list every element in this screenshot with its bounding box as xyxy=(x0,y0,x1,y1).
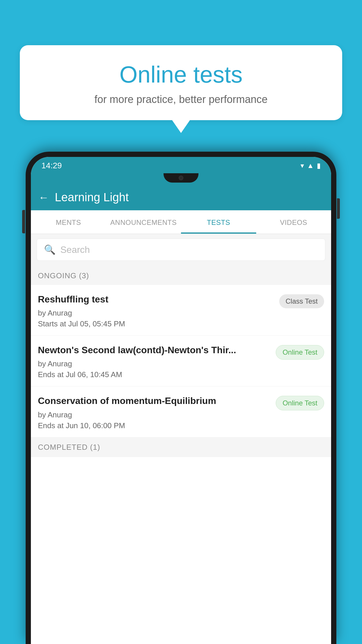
phone-container: 14:29 ▾ ▲ ▮ ← Learning Light xyxy=(26,152,336,644)
tab-ments[interactable]: MENTS xyxy=(31,210,106,234)
test-date-3: Ends at Jun 10, 06:00 PM xyxy=(38,421,270,430)
phone-frame: 14:29 ▾ ▲ ▮ ← Learning Light xyxy=(26,152,336,644)
tab-announcements[interactable]: ANNOUNCEMENTS xyxy=(106,210,181,234)
notch xyxy=(164,173,198,183)
power-button xyxy=(337,198,340,219)
speech-bubble-container: Online tests for more practice, better p… xyxy=(20,45,342,120)
test-item-1[interactable]: Reshuffling test by Anurag Starts at Jul… xyxy=(31,285,331,336)
test-list: Reshuffling test by Anurag Starts at Jul… xyxy=(31,285,331,644)
bubble-title: Online tests xyxy=(37,61,325,88)
test-title-2: Newton's Second law(contd)-Newton's Thir… xyxy=(38,344,270,356)
tab-bar: MENTS ANNOUNCEMENTS TESTS VIDEOS xyxy=(31,210,331,234)
test-info-3: Conservation of momentum-Equilibrium by … xyxy=(38,395,270,430)
test-date-2: Ends at Jul 06, 10:45 AM xyxy=(38,370,270,379)
notch-area xyxy=(31,173,331,184)
speech-bubble: Online tests for more practice, better p… xyxy=(20,45,342,120)
signal-icon: ▲ xyxy=(307,162,314,170)
battery-icon: ▮ xyxy=(317,162,321,170)
status-bar: 14:29 ▾ ▲ ▮ xyxy=(31,157,331,173)
tab-tests[interactable]: TESTS xyxy=(181,210,256,234)
test-author-3: by Anurag xyxy=(38,410,270,419)
test-info-1: Reshuffling test by Anurag Starts at Jul… xyxy=(38,293,273,328)
search-box[interactable]: 🔍 Search xyxy=(37,239,325,261)
test-date-1: Starts at Jul 05, 05:45 PM xyxy=(38,319,273,328)
wifi-icon: ▾ xyxy=(301,162,304,170)
test-title-1: Reshuffling test xyxy=(38,293,273,306)
search-container: 🔍 Search xyxy=(31,234,331,265)
test-info-2: Newton's Second law(contd)-Newton's Thir… xyxy=(38,344,270,379)
app-header: ← Learning Light xyxy=(31,184,331,210)
camera-dot xyxy=(179,176,183,180)
test-author-1: by Anurag xyxy=(38,309,273,318)
test-title-3: Conservation of momentum-Equilibrium xyxy=(38,395,270,407)
back-button[interactable]: ← xyxy=(38,191,49,204)
test-badge-1: Class Test xyxy=(279,294,324,308)
phone-screen: 14:29 ▾ ▲ ▮ ← Learning Light xyxy=(31,157,331,644)
app-title: Learning Light xyxy=(55,191,129,204)
tab-videos[interactable]: VIDEOS xyxy=(256,210,331,234)
test-item-2[interactable]: Newton's Second law(contd)-Newton's Thir… xyxy=(31,336,331,386)
bubble-subtitle: for more practice, better performance xyxy=(37,93,325,106)
ongoing-section-header: ONGOING (3) xyxy=(31,265,331,285)
search-icon: 🔍 xyxy=(44,244,56,255)
search-placeholder: Search xyxy=(60,244,90,255)
test-item-3[interactable]: Conservation of momentum-Equilibrium by … xyxy=(31,386,331,437)
completed-section-header: COMPLETED (1) xyxy=(31,438,331,457)
status-icons: ▾ ▲ ▮ xyxy=(301,162,321,170)
test-badge-2: Online Test xyxy=(276,345,324,360)
volume-button xyxy=(22,210,25,233)
test-author-2: by Anurag xyxy=(38,359,270,368)
status-time: 14:29 xyxy=(41,161,62,170)
test-badge-3: Online Test xyxy=(276,396,324,410)
